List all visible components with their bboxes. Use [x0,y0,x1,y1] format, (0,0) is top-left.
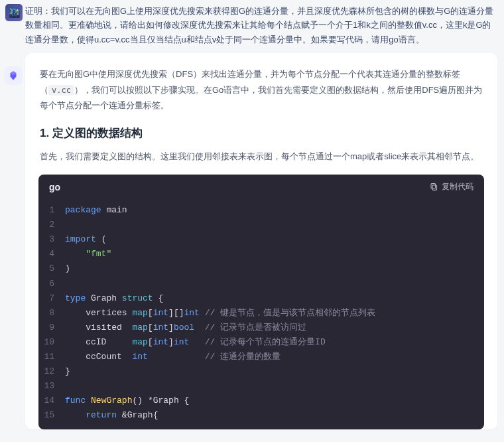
line-number: 8 [38,306,65,321]
code-line: 3import ( [38,232,484,247]
code-line: 8 vertices map[int][]int // 键是节点，值是与该节点相… [38,306,484,321]
user-avatar: 🌃 [5,4,23,21]
line-content: ccID map[int]int // 记录每个节点的连通分量ID [65,335,484,350]
section-heading-1: 1. 定义图的数据结构 [40,125,483,141]
line-content: "fmt" [65,247,484,261]
assistant-intro: 要在无向图G中使用深度优先搜索（DFS）来找出连通分量，并为每个节点分配一个代表… [40,66,483,113]
line-number: 4 [38,247,65,261]
line-number: 5 [38,261,65,276]
line-content [65,379,484,394]
line-content [65,218,484,232]
line-number: 6 [38,277,65,291]
assistant-logo-icon [7,70,19,82]
line-content: ccCount int // 连通分量的数量 [65,350,484,364]
code-line: 1package main [38,203,484,218]
line-number: 3 [38,232,65,247]
code-line: 13 [38,379,484,394]
line-content: func NewGraph() *Graph { [65,394,484,408]
code-line: 9 visited map[int]bool // 记录节点是否被访问过 [38,321,484,335]
svg-rect-1 [431,184,436,188]
line-number: 10 [38,335,65,350]
code-line: 10 ccID map[int]int // 记录每个节点的连通分量ID [38,335,484,350]
line-content: import ( [65,232,484,247]
intro-text-suffix: ），我们可以按照以下步骤实现。在Go语言中，我们首先需要定义图的数据结构，然后使… [40,85,482,111]
line-content: return &Graph{ [65,408,484,423]
code-block: go 复制代码 1package main23import (4 "fmt"5)… [38,175,484,429]
line-number: 11 [38,350,65,364]
copy-code-button[interactable]: 复制代码 [430,181,473,192]
line-number: 1 [38,203,65,218]
line-number: 15 [38,408,65,423]
code-line: 4 "fmt" [38,247,484,261]
code-line: 11 ccCount int // 连通分量的数量 [38,350,484,364]
code-line: 7type Graph struct { [38,291,484,306]
inline-code-vcc: v.cc [48,85,74,96]
line-number: 12 [38,364,65,379]
assistant-response-card: 要在无向图G中使用深度优先搜索（DFS）来找出连通分量，并为每个节点分配一个代表… [25,53,497,429]
code-body[interactable]: 1package main23import (4 "fmt"5)67type G… [38,199,484,429]
line-number: 7 [38,291,65,306]
line-number: 13 [38,379,65,394]
line-content: ) [65,261,484,276]
copy-code-label: 复制代码 [442,181,473,192]
code-header: go 复制代码 [38,175,484,199]
code-language-label: go [49,182,60,192]
assistant-avatar [4,66,23,85]
line-number: 14 [38,394,65,408]
line-content: } [65,364,484,379]
code-line: 14func NewGraph() *Graph { [38,394,484,408]
line-content: visited map[int]bool // 记录节点是否被访问过 [65,321,484,335]
code-line: 6 [38,277,484,291]
user-message: 证明：我们可以在无向图G上使用深度优先搜索来获得图G的连通分量，并且深度优先森林… [25,0,497,53]
code-line: 2 [38,218,484,232]
line-number: 2 [38,218,65,232]
line-content: type Graph struct { [65,291,484,306]
code-line: 15 return &Graph{ [38,408,484,423]
line-content: vertices map[int][]int // 键是节点，值是与该节点相邻的… [65,306,484,321]
line-number: 9 [38,321,65,335]
copy-icon [430,183,438,191]
code-line: 5) [38,261,484,276]
line-content [65,277,484,291]
section-body-1: 首先，我们需要定义图的结构。这里我们使用邻接表来表示图，每个节点通过一个map或… [40,149,483,164]
svg-rect-0 [432,185,437,190]
code-line: 12} [38,364,484,379]
line-content: package main [65,203,484,218]
